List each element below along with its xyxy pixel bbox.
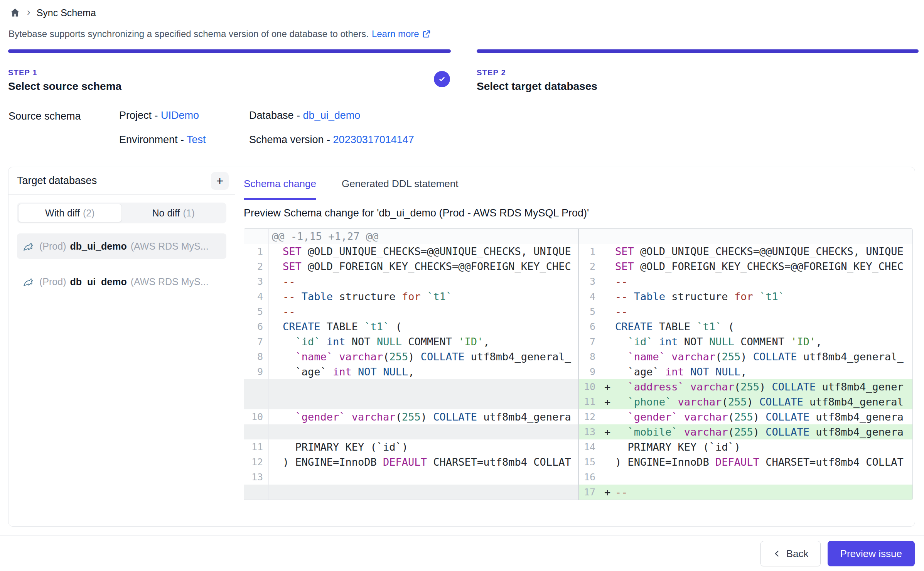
line-number: 2 <box>244 259 269 274</box>
preview-issue-button[interactable]: Preview issue <box>828 541 915 566</box>
code-line: CREATE TABLE `t1` ( <box>269 319 578 334</box>
tab-no-diff[interactable]: No diff (1) <box>122 204 226 222</box>
main-panel: Target databases + With diff (2) No diff… <box>8 167 915 527</box>
environment-link[interactable]: Test <box>187 134 206 145</box>
tab-schema-change[interactable]: Schema change <box>244 178 316 200</box>
line-number: 15 <box>579 454 601 470</box>
added-line-marker: + <box>604 485 615 500</box>
schema-diff-editor[interactable]: @@ -1,15 +1,27 @@1SET @OLD_UNIQUE_CHECKS… <box>244 228 913 500</box>
diff-line: 8 `name` varchar(255) COLLATE utf8mb4_ge… <box>579 349 912 364</box>
code-line: SET @OLD_UNIQUE_CHECKS=@@UNIQUE_CHECKS, … <box>601 244 912 259</box>
code-line: -- <box>269 274 578 289</box>
line-number <box>244 379 269 394</box>
line-number: 2 <box>579 259 601 274</box>
line-number: 5 <box>244 304 269 319</box>
diff-line: 10+ `address` varchar(255) COLLATE utf8m… <box>579 379 912 394</box>
diff-line <box>244 424 578 439</box>
line-number: 10 <box>579 379 601 394</box>
project-link[interactable]: UIDemo <box>161 110 199 121</box>
code-line: PRIMARY KEY (`id`) <box>269 439 578 454</box>
line-number: 5 <box>579 304 601 319</box>
page-title: Sync Schema <box>37 7 96 19</box>
line-number: 12 <box>244 454 269 470</box>
code-line <box>601 229 912 244</box>
target-database-item[interactable]: (Prod) db_ui_demo (AWS RDS MyS... <box>17 269 226 294</box>
line-number: 8 <box>579 349 601 364</box>
line-number: 3 <box>579 274 601 289</box>
code-line: `gender` varchar(255) COLLATE utf8mb4_ge… <box>601 409 912 424</box>
line-number: 8 <box>244 349 269 364</box>
code-line: `id` int NOT NULL COMMENT 'ID', <box>601 334 912 349</box>
line-number: 13 <box>244 470 269 485</box>
back-button[interactable]: Back <box>760 541 821 566</box>
source-schema-label: Source schema <box>8 110 119 146</box>
code-line: @@ -1,15 +1,27 @@ <box>269 229 578 244</box>
line-number: 16 <box>579 470 601 485</box>
code-line: -- <box>269 304 578 319</box>
diff-line: 5-- <box>244 304 578 319</box>
line-number: 9 <box>579 364 601 379</box>
line-number: 14 <box>579 439 601 454</box>
diff-line: 6CREATE TABLE `t1` ( <box>579 319 912 334</box>
diff-line: 13+ `mobile` varchar(255) COLLATE utf8mb… <box>579 424 912 439</box>
target-database-item[interactable]: (Prod) db_ui_demo (AWS RDS MyS... <box>17 233 226 259</box>
diff-line: 10 `gender` varchar(255) COLLATE utf8mb4… <box>244 409 578 424</box>
line-number: 17 <box>579 485 601 500</box>
line-number: 12 <box>579 409 601 424</box>
add-target-database-button[interactable]: + <box>211 172 229 190</box>
learn-more-link[interactable]: Learn more <box>372 29 432 39</box>
code-line: -- <box>601 304 912 319</box>
diff-line: 4-- Table structure for `t1` <box>579 289 912 304</box>
preview-title: Preview Schema change for 'db_ui_demo (P… <box>244 207 905 219</box>
tab-generated-ddl[interactable]: Generated DDL statement <box>342 178 459 200</box>
code-line: `age` int NOT NULL, <box>269 364 578 379</box>
step-completed-check-icon <box>434 71 450 87</box>
code-line: SET @OLD_UNIQUE_CHECKS=@@UNIQUE_CHECKS, … <box>269 244 578 259</box>
step-1-label: STEP 1 <box>8 68 451 77</box>
code-line <box>269 394 578 409</box>
step-2-label: STEP 2 <box>477 68 919 77</box>
diff-line: 8 `name` varchar(255) COLLATE utf8mb4_ge… <box>244 349 578 364</box>
code-line: `age` int NOT NULL, <box>601 364 912 379</box>
step-2-title: Select target databases <box>477 80 919 93</box>
code-line: CREATE TABLE `t1` ( <box>601 319 912 334</box>
diff-line: 11 PRIMARY KEY (`id`) <box>244 439 578 454</box>
code-line: -- <box>601 274 912 289</box>
footer-actions: Back Preview issue <box>760 541 915 566</box>
diff-line: 14 PRIMARY KEY (`id`) <box>579 439 912 454</box>
line-number: 6 <box>579 319 601 334</box>
tab-with-diff[interactable]: With diff (2) <box>18 204 122 222</box>
code-line: -- Table structure for `t1` <box>601 289 912 304</box>
line-number: 11 <box>244 439 269 454</box>
diff-line: 3-- <box>244 274 578 289</box>
code-line: `name` varchar(255) COLLATE utf8mb4_gene… <box>601 349 912 364</box>
source-field-environment: Environment - Test <box>119 134 249 146</box>
line-number: 4 <box>244 289 269 304</box>
step-1-title: Select source schema <box>8 80 451 93</box>
step-2: STEP 2 Select target databases <box>477 49 919 93</box>
code-line: + `mobile` varchar(255) COLLATE utf8mb4_… <box>601 424 912 439</box>
footer-divider <box>0 536 924 536</box>
mysql-icon <box>22 276 35 287</box>
code-line: `gender` varchar(255) COLLATE utf8mb4_ge… <box>269 409 578 424</box>
diff-line: @@ -1,15 +1,27 @@ <box>244 229 578 244</box>
diff-line <box>244 379 578 394</box>
line-number: 6 <box>244 319 269 334</box>
line-number <box>244 424 269 439</box>
line-number: 1 <box>244 244 269 259</box>
diff-line <box>244 485 578 500</box>
external-link-icon <box>422 29 432 39</box>
database-link[interactable]: db_ui_demo <box>303 110 361 121</box>
home-icon[interactable] <box>9 7 21 19</box>
schema-version-link[interactable]: 20230317014147 <box>333 134 414 145</box>
description-text: Bytebase supports synchronizing a specif… <box>8 29 369 39</box>
code-line: +-- <box>601 485 912 500</box>
line-number <box>244 485 269 500</box>
code-line: + `phone` varchar(255) COLLATE utf8mb4_g… <box>601 394 912 409</box>
diff-filter-tabs: With diff (2) No diff (1) <box>17 203 226 223</box>
target-databases-title: Target databases <box>17 175 97 187</box>
code-line: `name` varchar(255) COLLATE utf8mb4_gene… <box>269 349 578 364</box>
line-number: 7 <box>244 334 269 349</box>
diff-line: 5-- <box>579 304 912 319</box>
diff-line: 17+-- <box>579 485 912 500</box>
